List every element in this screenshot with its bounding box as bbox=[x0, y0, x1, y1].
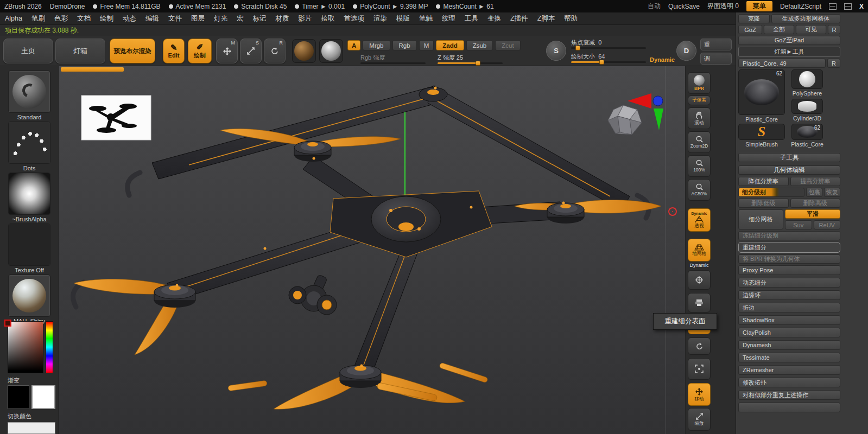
close-button[interactable]: X bbox=[859, 3, 864, 10]
canvas-viewport[interactable] bbox=[59, 66, 685, 434]
doc-icon[interactable] bbox=[829, 3, 837, 10]
quicksave-button[interactable]: QuickSave bbox=[668, 3, 700, 10]
menu-picker[interactable]: 拾取 bbox=[321, 14, 334, 23]
lightbox-tool-button[interactable]: 灯箱►工具 bbox=[738, 47, 840, 57]
menu-texture[interactable]: 纹理 bbox=[442, 14, 455, 23]
draw-button[interactable]: ✐ 绘制 bbox=[188, 39, 212, 63]
goz-r-button[interactable]: R bbox=[828, 25, 840, 34]
higher-res-button[interactable]: 提高分辨率 bbox=[790, 177, 841, 186]
menu-layer[interactable]: 图层 bbox=[191, 14, 205, 23]
menu-light[interactable]: 灯光 bbox=[214, 14, 227, 23]
gradient-label[interactable]: 渐变 bbox=[8, 376, 51, 385]
menu-brush[interactable]: 笔刷 bbox=[31, 14, 45, 23]
color-picker-square[interactable] bbox=[8, 321, 43, 373]
lightbox-button[interactable]: 灯箱 bbox=[55, 39, 105, 63]
delete-lower-button[interactable]: 删除低级 bbox=[738, 199, 789, 208]
divide-button[interactable]: 细分网格 bbox=[738, 209, 783, 229]
menu-edit[interactable]: 编辑 bbox=[145, 14, 159, 23]
menu-document[interactable]: 文档 bbox=[77, 14, 91, 23]
scroll-button[interactable]: 滚动 bbox=[688, 107, 711, 129]
menu-zscript[interactable]: Z脚本 bbox=[537, 14, 555, 23]
local-symmetry-button[interactable] bbox=[688, 270, 711, 290]
clipped-top-button[interactable]: 重 bbox=[700, 39, 732, 50]
lower-res-button[interactable]: 降低分辨率 bbox=[738, 177, 789, 186]
section-repeat-similar[interactable]: 对相似部分重复上述操作 bbox=[738, 390, 840, 400]
menu-preferences[interactable]: 首选项 bbox=[344, 14, 364, 23]
reuv-button[interactable]: ReUV bbox=[814, 220, 841, 229]
smt-toggle[interactable]: 平滑 bbox=[785, 209, 840, 219]
goz-all-button[interactable]: 全部 bbox=[764, 25, 794, 34]
tool-thumb-polysphere[interactable] bbox=[791, 69, 823, 89]
menu-zplugin[interactable]: Z插件 bbox=[510, 14, 528, 23]
menu-dynamics[interactable]: 动态 bbox=[123, 14, 136, 23]
goz-button[interactable]: GoZ bbox=[738, 25, 762, 34]
menu-movie[interactable]: 影片 bbox=[298, 14, 312, 23]
menu-stencil[interactable]: 模版 bbox=[396, 14, 410, 23]
cage-button[interactable]: 包裹 bbox=[806, 188, 822, 197]
ui-opacity-label[interactable]: 界面透明 0 bbox=[707, 2, 739, 11]
clipped-bottom-button[interactable]: 调 bbox=[700, 53, 732, 65]
material2-thumbnail[interactable] bbox=[319, 39, 343, 63]
material-selector[interactable] bbox=[8, 275, 50, 317]
stroke-selector[interactable] bbox=[8, 122, 50, 164]
actual-size-button[interactable]: 100% bbox=[688, 155, 711, 177]
menu-alpha[interactable]: Alpha bbox=[5, 15, 22, 22]
preview-boolean-button[interactable]: 预览布尔渲染 bbox=[110, 39, 155, 63]
menu-material[interactable]: 材质 bbox=[275, 14, 289, 23]
sculptris-pro-button[interactable]: S bbox=[546, 41, 566, 61]
zscript-label[interactable]: DefaultZScript bbox=[780, 3, 821, 10]
switch-color-button[interactable]: 切换颜色 bbox=[8, 412, 56, 420]
main-color-swatch[interactable] bbox=[8, 385, 29, 409]
dynamic-mode-button[interactable]: D bbox=[676, 41, 696, 61]
delete-higher-button[interactable]: 删除高级 bbox=[790, 199, 841, 208]
clone-button[interactable]: 克隆 bbox=[738, 14, 770, 23]
menu-transform[interactable]: 变换 bbox=[487, 14, 501, 23]
section-claypolish[interactable]: ClayPolish bbox=[738, 328, 840, 337]
section-proxy-pose[interactable]: Proxy Pose bbox=[738, 265, 840, 275]
menu-stroke[interactable]: 笔触 bbox=[419, 14, 433, 23]
mrgb-button[interactable]: Mrgb bbox=[363, 40, 390, 50]
move-button[interactable]: M bbox=[216, 39, 238, 63]
section-tessimate[interactable]: Tessimate bbox=[738, 353, 840, 362]
menu-macro[interactable]: 宏 bbox=[237, 14, 244, 23]
tool-r-button[interactable]: R bbox=[827, 59, 840, 68]
subtool-section-header[interactable]: 子工具 bbox=[738, 153, 840, 162]
rotate-button[interactable]: R bbox=[264, 39, 286, 63]
rgb-intensity-slider[interactable] bbox=[360, 62, 426, 64]
menu-help[interactable]: 帮助 bbox=[564, 14, 578, 23]
restore-button[interactable]: 恢复 bbox=[824, 188, 840, 197]
edit-button[interactable]: ✎ Edit bbox=[163, 39, 185, 63]
rgb-button[interactable]: Rgb bbox=[392, 40, 417, 50]
section-shadowbox[interactable]: ShadowBox bbox=[738, 315, 840, 325]
section-crease[interactable]: 折边 bbox=[738, 303, 840, 312]
color-well[interactable] bbox=[8, 422, 55, 434]
menu-render[interactable]: 渲染 bbox=[373, 14, 387, 23]
active-tool-button[interactable]: Plastic_Core. 49 bbox=[738, 59, 826, 68]
floor-grid-button[interactable]: 地网格 bbox=[688, 239, 711, 261]
draw-size-slider[interactable] bbox=[571, 61, 646, 63]
zoom2d-button[interactable]: Zoom2D bbox=[688, 131, 711, 153]
geometry-section-header[interactable]: 几何体编辑 bbox=[738, 165, 840, 175]
goz-ipad-button[interactable]: GoZ至iPad bbox=[738, 36, 840, 45]
secondary-color-swatch[interactable] bbox=[31, 385, 55, 409]
reconstruct-subdiv-button[interactable]: 重建细分 bbox=[738, 242, 840, 253]
section-modify-topology[interactable]: 修改拓扑 bbox=[738, 378, 840, 387]
menu-file[interactable]: 文件 bbox=[168, 14, 182, 23]
bpr-render-button[interactable]: BPR bbox=[688, 72, 711, 94]
m-button[interactable]: M bbox=[419, 40, 434, 50]
section-edge-loop[interactable]: 边缘环 bbox=[738, 290, 840, 300]
tool-thumb-cylinder3d[interactable] bbox=[791, 99, 823, 114]
perspective-button[interactable]: Dynamic 透视 bbox=[688, 208, 711, 232]
refresh-view-button[interactable] bbox=[688, 337, 711, 355]
convert-bpr-button[interactable]: 将 BPR 转换为几何体 bbox=[738, 254, 840, 264]
zcut-button[interactable]: Zcut bbox=[495, 40, 520, 50]
home-button[interactable]: 主页 bbox=[3, 39, 53, 63]
section-clipped[interactable] bbox=[738, 403, 840, 412]
section-zremesher[interactable]: ZRemesher bbox=[738, 365, 840, 375]
tool-thumb-simplebrush[interactable]: S bbox=[738, 124, 785, 140]
spix-button[interactable]: 子像素 bbox=[688, 95, 711, 105]
document-printer-button[interactable] bbox=[688, 293, 711, 312]
material-thumbnail[interactable] bbox=[292, 39, 316, 63]
make-polymesh-button[interactable]: 生成多边形网格体 bbox=[771, 14, 840, 23]
freeze-subdiv-button[interactable]: 冻结细分级别 bbox=[738, 231, 840, 240]
